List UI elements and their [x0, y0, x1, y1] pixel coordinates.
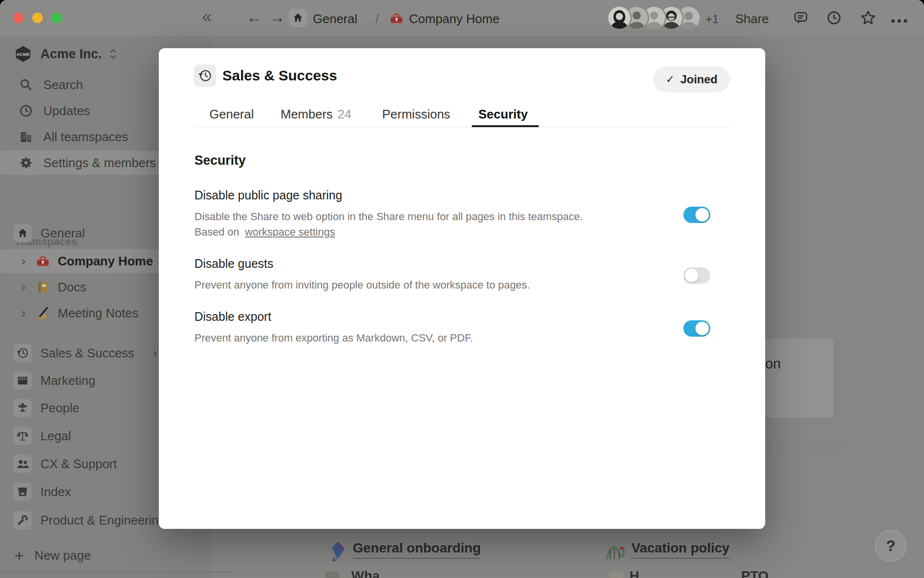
page-link-general-onboarding[interactable]: General onboarding: [328, 540, 481, 562]
card-text-fragment: on: [765, 356, 781, 372]
teamspace-label: Marketing: [40, 373, 95, 388]
back-button[interactable]: ←: [246, 10, 262, 25]
scales-icon: [13, 427, 32, 445]
acme-logo: ACME: [13, 45, 33, 63]
minimize-window-button[interactable]: [32, 13, 43, 23]
tab-general[interactable]: General: [209, 107, 254, 122]
breadcrumb-item-general[interactable]: General: [313, 12, 358, 26]
help-button[interactable]: ?: [875, 530, 907, 562]
page-icon-partial: [609, 571, 624, 578]
teamspace-label: CX & Support: [40, 457, 117, 472]
toggle-knob: [695, 208, 709, 222]
toggle-knob: [685, 269, 698, 282]
updates-clock-icon[interactable]: [826, 10, 842, 26]
page-label: Docs: [58, 280, 86, 295]
toggle-knob: [695, 322, 709, 335]
gear-icon: [16, 156, 36, 170]
expand-chevron-icon[interactable]: ›: [153, 346, 157, 361]
sidebar-item-label: All teamspaces: [43, 130, 128, 144]
tab-permissions[interactable]: Permissions: [382, 107, 450, 122]
forward-button[interactable]: →: [270, 10, 285, 25]
sidebar-footer-divider: [0, 572, 231, 573]
toolbox-icon: [35, 253, 51, 269]
zoom-window-button[interactable]: [51, 13, 62, 23]
top-bar: « ← → General / Company Home +1 Share: [0, 0, 924, 36]
teamspace-label: People: [40, 401, 79, 416]
plus-icon: +: [14, 546, 24, 565]
page-icon-partial: [325, 571, 340, 578]
avatar[interactable]: [608, 7, 630, 29]
home-icon: [13, 224, 32, 242]
joined-button[interactable]: ✓ Joined: [653, 66, 730, 92]
sidebar-item-label: Settings & members: [43, 156, 156, 171]
workspace-name: Acme Inc.: [40, 47, 102, 62]
setting-description: Disable the Share to web option in the S…: [194, 209, 583, 240]
workspace-expand-icon: [109, 48, 117, 60]
share-button[interactable]: Share: [735, 12, 769, 26]
storefront-icon: [13, 483, 32, 501]
clock-icon: [16, 104, 36, 118]
page-link-label: General onboarding: [353, 540, 481, 559]
search-icon: [16, 78, 36, 92]
setting-title-disable-export: Disable export: [194, 310, 271, 324]
page-label: Meeting Notes: [58, 306, 139, 321]
buildings-icon: [16, 130, 36, 144]
teamspace-label: Sales & Success: [40, 346, 134, 361]
people-icon: [13, 455, 32, 473]
check-icon: ✓: [666, 73, 674, 86]
favorite-star-icon[interactable]: [860, 9, 877, 26]
partial-page-title: H: [629, 568, 639, 578]
sidebar-item-label: Updates: [43, 104, 90, 118]
tab-security[interactable]: Security: [478, 107, 528, 122]
partial-page-title: Wha: [351, 568, 380, 578]
joined-label: Joined: [680, 73, 718, 86]
screen: « ← → General / Company Home +1 Share: [0, 0, 924, 578]
new-page-label: New page: [35, 548, 91, 563]
teamspace-label: General: [40, 226, 85, 241]
tab-members[interactable]: Members24: [281, 107, 351, 122]
flower-icon: [13, 399, 32, 417]
app-window: « ← → General / Company Home +1 Share: [0, 0, 924, 578]
breadcrumb-item-company-home[interactable]: Company Home: [409, 12, 500, 26]
background-divider: [765, 447, 846, 448]
writing-hand-icon: [35, 305, 51, 321]
toggle-disable-export[interactable]: [683, 320, 710, 337]
expand-chevron-icon[interactable]: ›: [21, 253, 35, 269]
background-page-card[interactable]: on: [756, 339, 834, 418]
partial-page-title: PTO: [741, 568, 769, 578]
page-link-label: Vacation policy: [631, 540, 730, 559]
modal-title: Sales & Success: [222, 67, 337, 84]
breadcrumb-home-icon[interactable]: [289, 9, 307, 27]
teamspace-label: Legal: [40, 429, 71, 444]
setting-title-disable-guests: Disable guests: [194, 257, 273, 271]
teamspace-icon-tile[interactable]: [194, 65, 216, 87]
page-label: Company Home: [58, 254, 153, 269]
notebook-icon: [35, 280, 51, 294]
setting-description: Prevent anyone from inviting people outs…: [194, 277, 530, 293]
clock-back-icon: [198, 68, 212, 83]
expand-chevron-icon[interactable]: ›: [21, 305, 35, 321]
setting-description: Prevent anyone from exporting as Markdow…: [194, 330, 473, 346]
workspace-settings-link[interactable]: workspace settings: [245, 226, 335, 238]
svg-text:ACME: ACME: [16, 52, 30, 57]
teamspace-label: Product & Engineering: [40, 513, 166, 528]
more-options-icon[interactable]: [891, 16, 910, 25]
wrench-icon: [13, 511, 32, 529]
sidebar-item-label: Search: [43, 78, 83, 92]
sidebar-collapse-icon[interactable]: «: [202, 10, 212, 24]
toggle-disable-guests[interactable]: [683, 267, 710, 284]
page-link-vacation-policy[interactable]: Vacation policy: [605, 540, 730, 562]
close-window-button[interactable]: [13, 13, 24, 23]
clapper-board-icon: [13, 371, 32, 390]
teamspace-settings-modal: Sales & Success ✓ Joined General Members…: [159, 48, 765, 529]
new-page-button[interactable]: + New page: [0, 542, 212, 569]
active-tab-underline: [472, 125, 539, 127]
expand-chevron-icon[interactable]: ›: [21, 279, 35, 295]
clock-back-icon: [13, 344, 32, 362]
toggle-disable-public-sharing[interactable]: [683, 207, 710, 223]
avatar-overflow-count[interactable]: +1: [706, 13, 719, 26]
setting-title-disable-public-sharing: Disable public page sharing: [194, 188, 342, 202]
breadcrumb-toolbox-icon: [389, 11, 404, 26]
teamspace-label: Index: [40, 485, 71, 499]
comments-icon[interactable]: [793, 10, 808, 26]
